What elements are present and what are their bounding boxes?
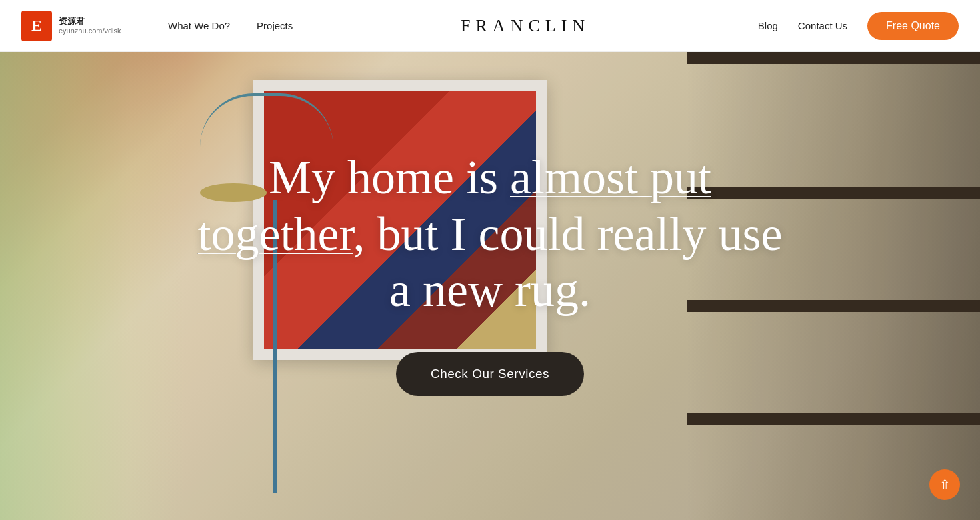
logo-chinese: 资源君 — [59, 16, 121, 27]
hero-title-part2: , but I could really use a new rug. — [353, 207, 783, 317]
hero-content: My home is almost put together, but I co… — [0, 52, 980, 520]
nav-links-left: What We Do? Projects — [168, 20, 293, 31]
logo-text: 资源君 eyunzhu.com/vdisk — [59, 16, 121, 35]
logo-url: eyunzhu.com/vdisk — [59, 27, 121, 35]
nav-links-right: Blog Contact Us Free Quote — [758, 12, 959, 40]
nav-what-we-do[interactable]: What We Do? — [168, 20, 230, 31]
chevron-up-icon: ⇧ — [939, 477, 951, 493]
navbar: E 资源君 eyunzhu.com/vdisk What We Do? Proj… — [0, 0, 980, 52]
brand-name: FRANCLIN — [461, 16, 590, 36]
nav-blog[interactable]: Blog — [758, 20, 778, 31]
logo-icon: E — [21, 11, 52, 41]
nav-projects[interactable]: Projects — [257, 20, 293, 31]
hero-title-part1: My home is — [269, 151, 510, 204]
hero-section: My home is almost put together, but I co… — [0, 0, 980, 520]
hero-title: My home is almost put together, but I co… — [190, 149, 790, 319]
logo-area: E 资源君 eyunzhu.com/vdisk — [21, 11, 148, 41]
scroll-up-button[interactable]: ⇧ — [929, 469, 960, 500]
brand-center: FRANCLIN — [293, 16, 758, 36]
nav-contact-us[interactable]: Contact Us — [798, 20, 847, 31]
check-services-button[interactable]: Check Our Services — [396, 352, 584, 396]
free-quote-button[interactable]: Free Quote — [867, 12, 959, 40]
